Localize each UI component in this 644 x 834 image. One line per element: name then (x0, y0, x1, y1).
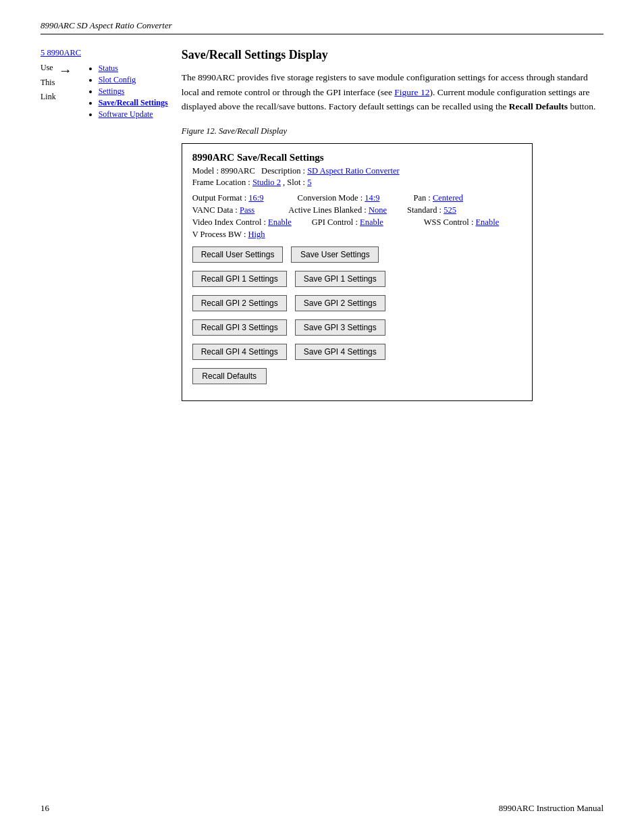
sidebar-nav: Status Slot Config Settings Save/Recall … (88, 63, 168, 121)
gpi-control-value: Enable (360, 217, 383, 227)
intro-text: The 8990ARC provides five storage regist… (182, 70, 603, 114)
button-row-user: Recall User Settings Save User Settings (192, 246, 522, 263)
video-index-value: Enable (268, 217, 292, 227)
buttons-section: Recall User Settings Save User Settings … (192, 246, 522, 384)
save-user-settings-button[interactable]: Save User Settings (291, 246, 379, 263)
use-this-link-container: UseThisLink → Status Slot Config Setting… (41, 61, 168, 121)
button-row-gpi4: Recall GPI 4 Settings Save GPI 4 Setting… (192, 344, 522, 360)
figure-caption: Figure 12. Save/Recall Display (182, 126, 603, 136)
button-row-gpi3: Recall GPI 3 Settings Save GPI 3 Setting… (192, 319, 522, 336)
video-index-param: Video Index Control : Enable (192, 217, 292, 228)
param-row-3: Video Index Control : Enable GPI Control… (192, 217, 522, 228)
arrow-icon: → (59, 62, 72, 78)
settings-frame-line: Frame Location : Studio 2 , Slot : 5 (192, 178, 522, 188)
button-row-defaults: Recall Defaults (192, 368, 522, 384)
standard-value: 525 (444, 205, 456, 215)
save-gpi4-settings-button[interactable]: Save GPI 4 Settings (295, 344, 385, 360)
v-process-bw-param: V Process BW : High (192, 230, 265, 240)
sidebar-nav-item: Slot Config (99, 75, 168, 85)
sidebar-link-save-recall[interactable]: Save/Recall Settings (99, 98, 168, 107)
sidebar-top: 5 8990ARC UseThisLink → Status Slot Conf… (41, 48, 168, 121)
conversion-mode-value: 14:9 (365, 193, 379, 203)
button-row-gpi2: Recall GPI 2 Settings Save GPI 2 Setting… (192, 295, 522, 311)
vanc-data-param: VANC Data : Pass (192, 205, 255, 215)
param-row-1: Output Format : 16:9 Conversion Mode : 1… (192, 193, 522, 203)
sidebar-nav-item: Save/Recall Settings (99, 98, 168, 108)
conversion-mode-param: Conversion Mode : 14:9 (298, 193, 380, 203)
page-header: 8990ARC SD Aspect Ratio Converter (41, 20, 603, 34)
v-process-bw-value: High (248, 230, 265, 239)
header-title: 8990ARC SD Aspect Ratio Converter (41, 20, 172, 30)
param-row-4: V Process BW : High (192, 230, 522, 240)
model-label: Model : (192, 166, 219, 176)
wss-control-value: Enable (475, 217, 499, 227)
active-lines-param: Active Lines Blanked : None (288, 205, 387, 215)
vanc-data-value: Pass (240, 205, 254, 215)
save-gpi3-settings-button[interactable]: Save GPI 3 Settings (295, 319, 385, 336)
save-gpi2-settings-button[interactable]: Save GPI 2 Settings (295, 295, 385, 311)
frame-label: Frame Location : (192, 178, 250, 187)
recall-gpi4-settings-button[interactable]: Recall GPI 4 Settings (192, 344, 287, 360)
sidebar-link-slot-config[interactable]: Slot Config (99, 75, 136, 84)
figure-12-link[interactable]: Figure 12 (394, 87, 429, 97)
section-title: Save/Recall Settings Display (182, 48, 603, 62)
sidebar-nav-item: Status (99, 63, 168, 74)
standard-param: Standard : 525 (407, 205, 456, 215)
gpi-control-param: GPI Control : Enable (312, 217, 383, 228)
pan-value: Centered (433, 193, 463, 203)
output-format-value: 16:9 (248, 193, 263, 203)
output-format-param: Output Format : 16:9 (192, 193, 264, 203)
recall-user-settings-button[interactable]: Recall User Settings (192, 246, 284, 263)
recall-gpi2-settings-button[interactable]: Recall GPI 2 Settings (192, 295, 287, 311)
sidebar-link-software-update[interactable]: Software Update (99, 109, 153, 119)
sidebar-nav-item: Software Update (99, 109, 168, 120)
settings-box: 8990ARC Save/Recall Settings Model : 899… (182, 143, 533, 401)
frame-location-value[interactable]: Studio 2 (252, 178, 281, 187)
settings-model-line: Model : 8990ARC Description : SD Aspect … (192, 166, 522, 176)
footer-manual-title: 8990ARC Instruction Manual (499, 803, 603, 814)
use-label: UseThisLink (41, 61, 56, 105)
button-row-gpi1: Recall GPI 1 Settings Save GPI 1 Setting… (192, 271, 522, 287)
settings-params: Output Format : 16:9 Conversion Mode : 1… (192, 193, 522, 240)
sidebar-section-link[interactable]: 5 8990ARC (41, 48, 168, 58)
slot-value[interactable]: 5 (307, 178, 311, 187)
sidebar-nav-item: Settings (99, 86, 168, 97)
recall-gpi1-settings-button[interactable]: Recall GPI 1 Settings (192, 271, 287, 287)
recall-gpi3-settings-button[interactable]: Recall GPI 3 Settings (192, 319, 287, 336)
pan-param: Pan : Centered (413, 193, 463, 203)
save-gpi1-settings-button[interactable]: Save GPI 1 Settings (295, 271, 385, 287)
active-lines-value: None (369, 205, 387, 215)
page-number: 16 (41, 803, 49, 814)
slot-label: Slot : (287, 178, 305, 187)
main-content: Save/Recall Settings Display The 8990ARC… (182, 48, 603, 401)
sidebar: 5 8990ARC UseThisLink → Status Slot Conf… (41, 48, 168, 401)
sidebar-link-settings[interactable]: Settings (99, 86, 125, 96)
recall-defaults-button[interactable]: Recall Defaults (192, 368, 267, 384)
wss-control-param: WSS Control : Enable (424, 217, 499, 228)
page-footer: 16 8990ARC Instruction Manual (41, 803, 603, 814)
model-value: 8990ARC (221, 166, 255, 176)
content-area: 5 8990ARC UseThisLink → Status Slot Conf… (41, 48, 603, 401)
sidebar-link-status[interactable]: Status (99, 63, 118, 73)
description-value[interactable]: SD Aspect Ratio Converter (307, 166, 399, 176)
param-row-2: VANC Data : Pass Active Lines Blanked : … (192, 205, 522, 215)
description-label: Description : (261, 166, 305, 176)
page-container: 8990ARC SD Aspect Ratio Converter 5 8990… (0, 0, 644, 442)
settings-box-title: 8990ARC Save/Recall Settings (192, 152, 522, 163)
